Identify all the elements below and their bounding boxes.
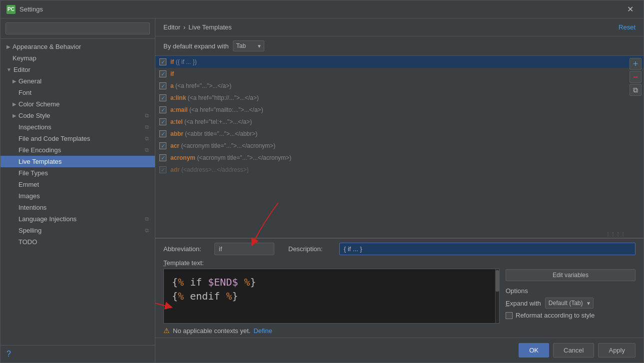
template-checkbox[interactable] bbox=[159, 70, 166, 77]
template-item[interactable]: a (<a href="...">...</a>) bbox=[155, 80, 644, 92]
apply-button[interactable]: Apply bbox=[598, 343, 636, 358]
expand-arrow: ▶ bbox=[6, 44, 10, 49]
options-title: Options bbox=[506, 287, 636, 295]
sidebar-item-color-scheme[interactable]: ▶ Color Scheme bbox=[0, 98, 155, 110]
sidebar-item-intentions[interactable]: Intentions bbox=[0, 202, 155, 213]
template-text: if ({ if ... }) bbox=[170, 58, 197, 65]
reset-link[interactable]: Reset bbox=[619, 23, 636, 31]
window-title: Settings bbox=[19, 5, 623, 13]
expand-with-label: Expand with bbox=[506, 300, 541, 307]
template-item[interactable]: acronym (<acronym title="...">...</acron… bbox=[155, 152, 644, 164]
sidebar-item-spelling[interactable]: Spelling ⧉ bbox=[0, 225, 155, 236]
content-panel: Editor › Live Templates Reset By default… bbox=[155, 18, 644, 363]
warning-text: No applicable contexts yet. bbox=[173, 327, 250, 335]
template-checkbox[interactable] bbox=[159, 118, 166, 125]
annotation-layer: Abbreviation: Description: bbox=[163, 243, 636, 255]
sidebar-item-label: Images bbox=[18, 192, 40, 200]
expand-arrow: ▶ bbox=[12, 101, 16, 107]
template-text: a:link (<a href="http://...">...</a>) bbox=[170, 94, 259, 101]
sidebar-item-file-encodings[interactable]: File Encodings ⧉ bbox=[0, 144, 155, 156]
template-checkbox[interactable] bbox=[159, 82, 166, 89]
template-item[interactable]: a:link (<a href="http://...">...</a>) bbox=[155, 92, 644, 104]
cancel-button[interactable]: Cancel bbox=[553, 343, 594, 358]
main-layout: 🔍 ▶ Appearance & Behavior Keymap ▼ Edito… bbox=[0, 18, 644, 363]
sidebar-item-language-injections[interactable]: Language Injections ⧉ bbox=[0, 213, 155, 225]
template-checkbox[interactable] bbox=[159, 94, 166, 101]
template-item[interactable]: a:tel (<a href="tel:+...">...</a>) bbox=[155, 116, 644, 128]
breadcrumb-current: Live Templates bbox=[188, 23, 231, 31]
sidebar-item-label: File Types bbox=[18, 169, 48, 177]
sidebar-item-general[interactable]: ▶ General bbox=[0, 75, 155, 87]
description-input[interactable] bbox=[339, 243, 636, 255]
copy-icon: ⧉ bbox=[145, 216, 149, 222]
copy-icon: ⧉ bbox=[145, 227, 149, 234]
template-list-area: if ({ if ... }) if bbox=[155, 56, 644, 238]
template-checkbox[interactable] bbox=[159, 142, 166, 149]
sidebar-item-label: TODO bbox=[18, 238, 37, 246]
template-item[interactable]: if bbox=[155, 68, 644, 80]
copy-icon: ⧉ bbox=[145, 112, 149, 119]
sidebar-item-font[interactable]: Font bbox=[0, 87, 155, 98]
add-template-button[interactable]: + bbox=[630, 58, 642, 70]
edit-panel: Abbreviation: Description: bbox=[155, 238, 644, 338]
reformat-checkbox[interactable] bbox=[506, 312, 513, 319]
options-section: Options Expand with Default (Tab) Tab En… bbox=[506, 287, 636, 319]
copy-icon: ⧉ bbox=[145, 135, 149, 142]
template-item[interactable]: if ({ if ... }) bbox=[155, 56, 644, 68]
sidebar: 🔍 ▶ Appearance & Behavior Keymap ▼ Edito… bbox=[0, 18, 155, 363]
edit-variables-button[interactable]: Edit variables bbox=[506, 269, 636, 281]
breadcrumb-separator: › bbox=[183, 23, 185, 31]
template-checkbox[interactable] bbox=[159, 154, 166, 161]
expand-with-select-wrap: Default (Tab) Tab Enter Space ▼ bbox=[545, 298, 594, 309]
template-text: a (<a href="...">...</a>) bbox=[170, 82, 231, 89]
search-wrap: 🔍 bbox=[5, 22, 150, 34]
expand-with-select[interactable]: Default (Tab) Tab Enter Space bbox=[545, 298, 594, 309]
sidebar-item-inspections[interactable]: Inspections ⧉ bbox=[0, 121, 155, 133]
template-checkbox[interactable] bbox=[159, 106, 166, 113]
search-box: 🔍 bbox=[0, 18, 155, 39]
options-panel: Edit variables Options Expand with Defau… bbox=[506, 259, 636, 338]
sidebar-item-file-code-templates[interactable]: File and Code Templates ⧉ bbox=[0, 133, 155, 144]
remove-template-button[interactable]: − bbox=[630, 71, 642, 83]
template-text: acronym (<acronym title="...">...</acron… bbox=[170, 154, 291, 161]
close-button[interactable]: ✕ bbox=[623, 2, 638, 16]
app-icon: PC bbox=[6, 5, 15, 14]
template-item[interactable]: abbr (<abbr title="...">...</abbr>) bbox=[155, 128, 644, 140]
expand-select[interactable]: Tab Enter Space bbox=[233, 40, 264, 51]
scrollbar-thumb bbox=[496, 270, 499, 292]
sidebar-item-keymap[interactable]: Keymap bbox=[0, 52, 155, 64]
sidebar-item-emmet[interactable]: Emmet bbox=[0, 179, 155, 190]
template-checkbox[interactable] bbox=[159, 166, 166, 173]
abbreviation-input[interactable] bbox=[214, 243, 274, 255]
breadcrumb: Editor › Live Templates bbox=[163, 23, 232, 31]
template-checkbox[interactable] bbox=[159, 58, 166, 65]
expand-label: By default expand with bbox=[163, 42, 229, 50]
expand-arrow: ▶ bbox=[12, 78, 16, 84]
sidebar-item-images[interactable]: Images bbox=[0, 190, 155, 202]
template-code-editor[interactable]: {% if $END$ %} {% endif %} bbox=[163, 269, 500, 324]
template-text: abbr (<abbr title="...">...</abbr>) bbox=[170, 130, 257, 137]
template-code-area: Template text: {% if $END$ %} {% endif %… bbox=[163, 259, 636, 338]
ok-button[interactable]: OK bbox=[519, 343, 549, 358]
sidebar-item-label: Spelling bbox=[18, 227, 41, 234]
define-link[interactable]: Define bbox=[253, 327, 272, 335]
template-item[interactable]: a:mail (<a href="mailto:...">...</a>) bbox=[155, 104, 644, 116]
search-input[interactable] bbox=[5, 22, 150, 34]
sidebar-item-label: Editor bbox=[13, 66, 30, 73]
sidebar-item-appearance[interactable]: ▶ Appearance & Behavior bbox=[0, 41, 155, 52]
copy-template-button[interactable]: ⧉ bbox=[630, 84, 642, 96]
sidebar-item-label: Emmet bbox=[18, 181, 39, 188]
sidebar-item-label: Intentions bbox=[18, 204, 46, 211]
template-item[interactable]: acr (<acronym title="...">...</acronym>) bbox=[155, 140, 644, 152]
sidebar-item-editor[interactable]: ▼ Editor bbox=[0, 64, 155, 75]
sidebar-item-label: Code Style bbox=[18, 112, 50, 119]
sidebar-item-file-types[interactable]: File Types bbox=[0, 167, 155, 179]
sidebar-item-todo[interactable]: TODO bbox=[0, 236, 155, 248]
sidebar-item-live-templates[interactable]: Live Templates bbox=[0, 156, 155, 167]
template-checkbox[interactable] bbox=[159, 130, 166, 137]
help-icon[interactable]: ? bbox=[6, 350, 11, 358]
sidebar-item-code-style[interactable]: ▶ Code Style ⧉ bbox=[0, 110, 155, 121]
sidebar-item-label: Appearance & Behavior bbox=[12, 43, 81, 50]
content-header: Editor › Live Templates Reset bbox=[155, 18, 644, 36]
template-item[interactable]: adr (<address>...</address>) bbox=[155, 164, 644, 176]
